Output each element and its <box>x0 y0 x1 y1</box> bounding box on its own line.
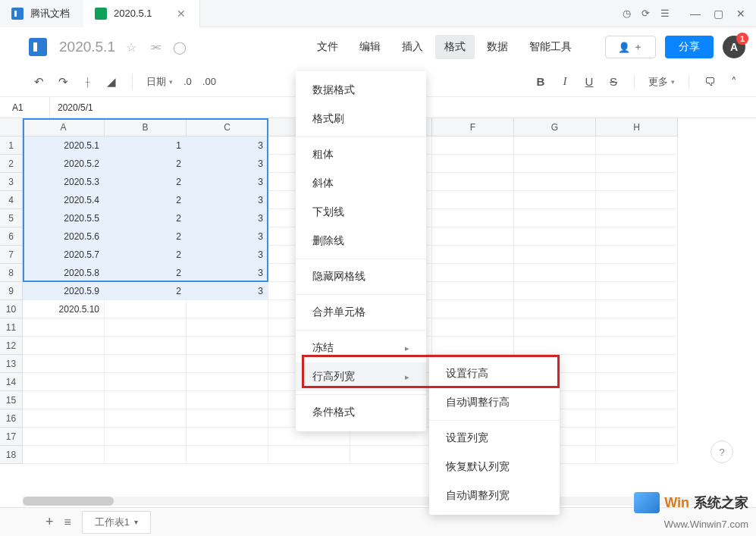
menu-icon[interactable]: ☰ <box>660 8 670 19</box>
refresh-icon[interactable]: ⟳ <box>642 8 650 19</box>
menu-file[interactable]: 文件 <box>308 35 347 59</box>
cell[interactable] <box>432 155 514 173</box>
row-header[interactable]: 2 <box>0 155 23 173</box>
column-header-F[interactable]: F <box>432 118 514 136</box>
cell[interactable]: 2 <box>105 246 187 264</box>
menu-row-col[interactable]: 行高列宽▸ <box>296 362 426 391</box>
help-button[interactable]: ? <box>711 440 733 463</box>
menu-merge[interactable]: 合并单元格 <box>296 298 426 327</box>
column-header-G[interactable]: G <box>514 118 596 136</box>
menu-data[interactable]: 数据 <box>478 35 517 59</box>
menu-underline[interactable]: 下划线 <box>296 198 426 227</box>
menu-strike[interactable]: 删除线 <box>296 227 426 255</box>
cell[interactable] <box>187 318 268 337</box>
cell[interactable] <box>350 446 432 464</box>
cell[interactable]: 3 <box>187 246 268 264</box>
cell[interactable]: 2020.5.8 <box>23 264 105 282</box>
cell[interactable]: 2020.5.9 <box>23 282 105 300</box>
cell[interactable] <box>514 191 596 209</box>
cell[interactable]: 3 <box>187 282 268 300</box>
menu-hide-gridlines[interactable]: 隐藏网格线 <box>296 262 426 291</box>
more-button[interactable]: 更多 ▾ <box>648 75 675 89</box>
formula-value[interactable]: 2020/5/1 <box>50 102 93 113</box>
move-icon[interactable]: ⫘ <box>147 40 164 54</box>
cell[interactable] <box>596 409 678 428</box>
cell[interactable]: 3 <box>187 209 268 227</box>
cell[interactable]: 3 <box>187 173 268 191</box>
underline-button[interactable]: U <box>582 75 596 89</box>
row-header[interactable]: 16 <box>0 409 23 428</box>
row-header[interactable]: 9 <box>0 282 23 300</box>
row-header[interactable]: 10 <box>0 300 23 318</box>
cell[interactable]: 2 <box>105 155 187 173</box>
cell[interactable] <box>432 300 514 318</box>
row-header[interactable]: 17 <box>0 428 23 446</box>
cell[interactable] <box>596 191 678 209</box>
cell[interactable] <box>514 209 596 227</box>
cell[interactable]: 2 <box>105 282 187 300</box>
menu-italic[interactable]: 斜体 <box>296 169 426 198</box>
row-header[interactable]: 5 <box>0 209 23 227</box>
column-header-C[interactable]: C <box>187 118 268 136</box>
cell[interactable] <box>514 246 596 264</box>
cell[interactable] <box>596 373 678 391</box>
cell[interactable]: 2 <box>105 173 187 191</box>
cell[interactable] <box>514 337 596 355</box>
maximize-button[interactable]: ▢ <box>711 6 726 21</box>
cell[interactable] <box>514 318 596 337</box>
cell[interactable] <box>187 391 268 409</box>
cell[interactable] <box>187 300 268 318</box>
cell[interactable]: 2020.5.10 <box>23 300 105 318</box>
submenu-reset-col-width[interactable]: 恢复默认列宽 <box>429 453 560 481</box>
cell[interactable] <box>105 373 187 391</box>
cell[interactable] <box>187 373 268 391</box>
menu-bold[interactable]: 粗体 <box>296 140 426 169</box>
menu-format[interactable]: 格式 <box>435 35 475 59</box>
cell[interactable] <box>514 227 596 246</box>
cell[interactable]: 2020.5.7 <box>23 246 105 264</box>
cell[interactable] <box>432 191 514 209</box>
cell[interactable]: 1 <box>105 136 187 155</box>
strikethrough-button[interactable]: S <box>607 75 620 89</box>
collapse-icon[interactable]: ˄ <box>727 75 741 89</box>
cell[interactable] <box>23 318 105 337</box>
menu-edit[interactable]: 编辑 <box>350 35 390 59</box>
cell[interactable]: 3 <box>187 264 268 282</box>
redo-button[interactable]: ↷ <box>56 75 70 89</box>
cell[interactable]: 2 <box>105 264 187 282</box>
cell[interactable] <box>514 300 596 318</box>
star-icon[interactable]: ☆ <box>123 40 140 55</box>
cell[interactable]: 3 <box>187 191 268 209</box>
row-header[interactable]: 8 <box>0 264 23 282</box>
cell[interactable]: 2020.5.3 <box>23 173 105 191</box>
check-icon[interactable]: ◯ <box>171 40 188 55</box>
cell[interactable] <box>23 446 105 464</box>
minimize-button[interactable]: — <box>688 6 703 21</box>
cell[interactable]: 2020.5.1 <box>23 136 105 155</box>
menu-tools[interactable]: 智能工具 <box>520 35 581 59</box>
cell[interactable] <box>105 318 187 337</box>
cell[interactable] <box>514 282 596 300</box>
cell[interactable] <box>23 355 105 373</box>
row-header[interactable]: 7 <box>0 246 23 264</box>
avatar[interactable]: A 1 <box>723 36 745 58</box>
cell[interactable] <box>596 428 678 446</box>
row-header[interactable]: 12 <box>0 337 23 355</box>
submenu-auto-col-width[interactable]: 自动调整列宽 <box>429 481 560 510</box>
cell[interactable] <box>596 227 678 246</box>
cell[interactable] <box>105 428 187 446</box>
row-header[interactable]: 15 <box>0 391 23 409</box>
cell[interactable] <box>23 409 105 428</box>
cell[interactable] <box>596 155 678 173</box>
bold-button[interactable]: B <box>534 75 547 89</box>
cell[interactable] <box>23 391 105 409</box>
comment-icon[interactable]: 🗨 <box>703 75 717 89</box>
tab-document[interactable]: 2020.5.1 ✕ <box>83 0 200 27</box>
cell[interactable]: 2 <box>105 227 187 246</box>
cell[interactable] <box>596 391 678 409</box>
cell[interactable] <box>432 209 514 227</box>
submenu-auto-row-height[interactable]: 自动调整行高 <box>429 388 560 417</box>
column-header-H[interactable]: H <box>596 118 678 136</box>
share-button[interactable]: 分享 <box>665 36 714 58</box>
cell[interactable] <box>432 136 514 155</box>
